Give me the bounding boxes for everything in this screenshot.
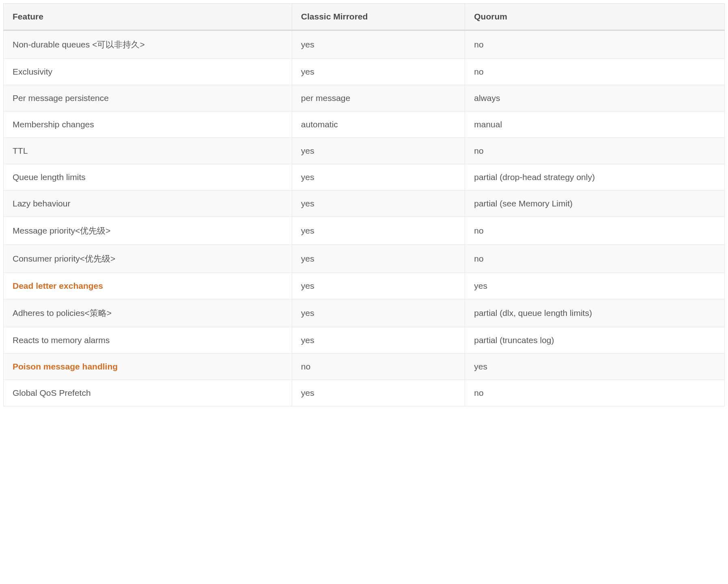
cell-classic: automatic (292, 112, 465, 138)
cell-quorum: no (465, 380, 725, 406)
cell-classic: yes (292, 191, 465, 217)
table-body: Non-durable queues <可以非持久>yesnoExclusivi… (4, 30, 725, 406)
cell-feature: Consumer priority<优先级> (4, 245, 292, 273)
cell-feature: Dead letter exchanges (4, 273, 292, 299)
table-row: Per message persistenceper messagealways (4, 85, 725, 112)
cell-classic: no (292, 354, 465, 380)
table-row: Exclusivityyesno (4, 59, 725, 85)
header-classic: Classic Mirrored (292, 4, 465, 30)
cell-quorum: no (465, 245, 725, 273)
cell-quorum: partial (dlx, queue length limits) (465, 299, 725, 327)
cell-classic: yes (292, 138, 465, 164)
cell-classic: yes (292, 380, 465, 406)
cell-quorum: partial (truncates log) (465, 327, 725, 354)
cell-classic: yes (292, 327, 465, 354)
cell-classic: yes (292, 299, 465, 327)
cell-classic: yes (292, 59, 465, 85)
feature-link[interactable]: Poison message handling (13, 362, 118, 371)
header-quorum: Quorum (465, 4, 725, 30)
cell-quorum: partial (drop-head strategy only) (465, 164, 725, 191)
cell-quorum: always (465, 85, 725, 112)
cell-feature: Per message persistence (4, 85, 292, 112)
cell-feature: Message priority<优先级> (4, 217, 292, 245)
table-row: Reacts to memory alarmsyespartial (trunc… (4, 327, 725, 354)
cell-feature: Lazy behaviour (4, 191, 292, 217)
table-row: Membership changesautomaticmanual (4, 112, 725, 138)
cell-quorum: manual (465, 112, 725, 138)
table-row: Global QoS Prefetchyesno (4, 380, 725, 406)
table-row: TTLyesno (4, 138, 725, 164)
table-row: Dead letter exchangesyesyes (4, 273, 725, 299)
cell-classic: yes (292, 217, 465, 245)
cell-quorum: no (465, 59, 725, 85)
cell-classic: yes (292, 164, 465, 191)
table-row: Non-durable queues <可以非持久>yesno (4, 30, 725, 59)
cell-classic: yes (292, 273, 465, 299)
table-row: Lazy behaviouryespartial (see Memory Lim… (4, 191, 725, 217)
cell-quorum: yes (465, 354, 725, 380)
cell-feature: Poison message handling (4, 354, 292, 380)
cell-classic: yes (292, 30, 465, 59)
cell-feature: Reacts to memory alarms (4, 327, 292, 354)
cell-quorum: no (465, 138, 725, 164)
cell-quorum: no (465, 30, 725, 59)
table-row: Poison message handlingnoyes (4, 354, 725, 380)
table-header-row: Feature Classic Mirrored Quorum (4, 4, 725, 30)
cell-classic: per message (292, 85, 465, 112)
cell-feature: TTL (4, 138, 292, 164)
cell-quorum: no (465, 217, 725, 245)
table-row: Adheres to policies<策略>yespartial (dlx, … (4, 299, 725, 327)
cell-feature: Membership changes (4, 112, 292, 138)
comparison-table: Feature Classic Mirrored Quorum Non-dura… (3, 3, 725, 406)
cell-quorum: yes (465, 273, 725, 299)
cell-feature: Non-durable queues <可以非持久> (4, 30, 292, 59)
table-row: Message priority<优先级>yesno (4, 217, 725, 245)
cell-feature: Global QoS Prefetch (4, 380, 292, 406)
header-feature: Feature (4, 4, 292, 30)
feature-link[interactable]: Dead letter exchanges (13, 281, 103, 290)
cell-feature: Adheres to policies<策略> (4, 299, 292, 327)
cell-feature: Exclusivity (4, 59, 292, 85)
cell-classic: yes (292, 245, 465, 273)
table-row: Consumer priority<优先级>yesno (4, 245, 725, 273)
cell-quorum: partial (see Memory Limit) (465, 191, 725, 217)
table-row: Queue length limitsyespartial (drop-head… (4, 164, 725, 191)
cell-feature: Queue length limits (4, 164, 292, 191)
